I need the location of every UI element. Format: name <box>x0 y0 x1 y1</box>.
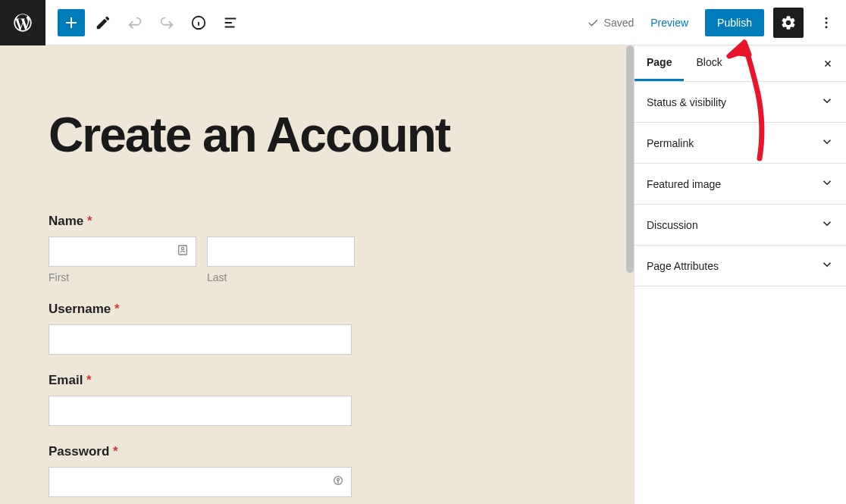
outline-button[interactable] <box>217 9 244 36</box>
topbar: Saved Preview Publish <box>0 0 846 45</box>
first-name-input[interactable] <box>49 236 196 267</box>
undo-button[interactable] <box>121 9 149 36</box>
username-input[interactable] <box>49 324 352 355</box>
panel-label: Page Attributes <box>647 260 719 272</box>
svg-point-1 <box>826 17 828 19</box>
redo-button[interactable] <box>153 9 180 36</box>
panel-page-attributes[interactable]: Page Attributes <box>634 246 846 286</box>
name-row: First Last <box>49 236 585 283</box>
chevron-down-icon <box>820 258 834 274</box>
sidebar-tabs: Page Block <box>634 45 846 82</box>
preview-button[interactable]: Preview <box>643 12 696 33</box>
password-input[interactable] <box>49 467 352 497</box>
canvas-wrap: Create an Account Name * First <box>0 45 634 504</box>
name-label: Name * <box>49 214 585 229</box>
chevron-down-icon <box>820 176 834 192</box>
svg-point-3 <box>826 26 828 28</box>
info-icon <box>190 14 207 31</box>
add-block-button[interactable] <box>58 9 85 36</box>
publish-button[interactable]: Publish <box>705 9 764 36</box>
panel-label: Permalink <box>647 137 694 149</box>
edit-tool-button[interactable] <box>89 9 117 36</box>
field-password: Password * <box>49 444 585 497</box>
tab-block[interactable]: Block <box>684 45 734 81</box>
field-name: Name * First L <box>49 214 585 283</box>
last-sublabel: Last <box>207 271 355 283</box>
settings-sidebar: Page Block Status & visibility Permalink… <box>634 45 846 504</box>
required-marker: * <box>87 214 92 228</box>
svg-point-5 <box>181 248 183 250</box>
wordpress-icon <box>12 12 33 33</box>
tab-page[interactable]: Page <box>634 45 684 81</box>
toolbar-left <box>45 9 244 36</box>
last-name-col: Last <box>207 236 355 283</box>
panel-permalink[interactable]: Permalink <box>634 123 846 164</box>
chevron-down-icon <box>820 94 834 110</box>
close-icon <box>822 58 833 69</box>
panel-discussion[interactable]: Discussion <box>634 205 846 246</box>
close-sidebar-button[interactable] <box>814 50 841 77</box>
username-label: Username * <box>49 302 585 317</box>
required-marker: * <box>114 302 120 316</box>
first-name-col: First <box>49 236 196 283</box>
page-title[interactable]: Create an Account <box>49 110 585 161</box>
first-sublabel: First <box>49 271 196 283</box>
panel-label: Discussion <box>647 219 698 231</box>
saved-status: Saved <box>586 16 634 30</box>
panel-label: Featured image <box>647 178 721 190</box>
svg-point-2 <box>826 21 828 23</box>
main-area: Create an Account Name * First <box>0 45 846 504</box>
field-username: Username * <box>49 302 585 355</box>
check-icon <box>586 16 600 30</box>
field-email: Email * <box>49 373 585 426</box>
redo-icon <box>158 14 175 31</box>
email-label: Email * <box>49 373 585 388</box>
undo-icon <box>127 14 143 31</box>
wordpress-logo[interactable] <box>0 0 45 45</box>
scrollbar[interactable] <box>626 45 634 273</box>
toolbar-right: Saved Preview Publish <box>586 8 840 38</box>
location-pin-icon <box>332 474 344 490</box>
last-name-input[interactable] <box>207 236 355 267</box>
email-input[interactable] <box>49 396 352 426</box>
pencil-icon <box>95 14 111 31</box>
svg-point-7 <box>337 478 340 481</box>
panel-label: Status & visibility <box>647 96 726 108</box>
editor-canvas[interactable]: Create an Account Name * First <box>0 45 634 504</box>
info-button[interactable] <box>185 9 212 36</box>
outline-icon <box>222 14 239 31</box>
required-marker: * <box>86 373 92 387</box>
contact-card-icon <box>177 244 189 259</box>
saved-label: Saved <box>604 17 634 29</box>
panel-featured-image[interactable]: Featured image <box>634 164 846 205</box>
more-options-button[interactable] <box>813 9 840 36</box>
dots-vertical-icon <box>819 15 834 30</box>
password-label: Password * <box>49 444 585 459</box>
chevron-down-icon <box>820 135 834 151</box>
plus-icon <box>62 14 80 32</box>
settings-button[interactable] <box>773 8 804 38</box>
panel-status-visibility[interactable]: Status & visibility <box>634 82 846 123</box>
gear-icon <box>780 14 797 31</box>
chevron-down-icon <box>820 217 834 233</box>
required-marker: * <box>113 444 118 459</box>
